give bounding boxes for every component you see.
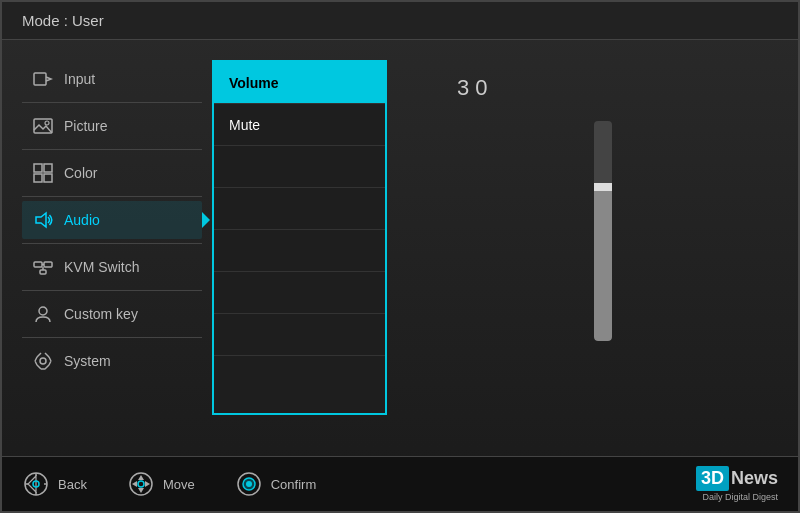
custom-key-icon — [32, 303, 54, 325]
logo-sub-text: Daily Digital Digest — [702, 492, 778, 502]
svg-point-30 — [246, 481, 252, 487]
sidebar-item-audio[interactable]: Audio — [22, 201, 202, 239]
back-label: Back — [58, 477, 87, 492]
svg-point-2 — [45, 121, 49, 125]
sidebar-item-audio-label: Audio — [64, 212, 100, 228]
submenu-item-5[interactable] — [214, 230, 385, 272]
svg-point-27 — [138, 481, 144, 487]
submenu-item-6[interactable] — [214, 272, 385, 314]
submenu-item-8[interactable] — [214, 356, 385, 398]
sidebar-item-picture-label: Picture — [64, 118, 108, 134]
sidebar: Input Picture — [22, 55, 202, 415]
system-icon — [32, 350, 54, 372]
back-button[interactable]: Back — [22, 470, 87, 498]
move-label: Move — [163, 477, 195, 492]
svg-rect-9 — [44, 262, 52, 267]
divider-5 — [22, 290, 202, 291]
svg-marker-23 — [138, 475, 144, 480]
sidebar-item-kvm-label: KVM Switch — [64, 259, 139, 275]
sidebar-item-color[interactable]: Color — [22, 154, 202, 192]
kvm-icon — [32, 256, 54, 278]
move-icon — [127, 470, 155, 498]
divider-2 — [22, 149, 202, 150]
value-area: 3 0 — [387, 55, 778, 415]
svg-rect-8 — [34, 262, 42, 267]
volume-value: 3 0 — [457, 75, 488, 101]
picture-icon — [32, 115, 54, 137]
divider-1 — [22, 102, 202, 103]
svg-marker-7 — [36, 213, 46, 227]
logo-area: 3D News Daily Digital Digest — [696, 466, 778, 502]
sidebar-item-custom-key-label: Custom key — [64, 306, 138, 322]
header: Mode : User — [2, 2, 798, 40]
slider-thumb — [594, 183, 612, 191]
svg-rect-11 — [40, 270, 46, 274]
mode-label: Mode : User — [22, 12, 104, 29]
divider-4 — [22, 243, 202, 244]
svg-marker-25 — [132, 481, 137, 487]
logo-3d: 3D News — [696, 466, 778, 491]
svg-rect-5 — [34, 174, 42, 182]
footer: Back Move — [2, 456, 798, 511]
sidebar-item-system-label: System — [64, 353, 111, 369]
slider-track[interactable] — [594, 121, 612, 341]
submenu-item-4[interactable] — [214, 188, 385, 230]
svg-point-13 — [39, 307, 47, 315]
submenu-panel: Volume Mute — [212, 60, 387, 415]
svg-point-14 — [40, 358, 46, 364]
svg-rect-4 — [44, 164, 52, 172]
submenu-item-volume[interactable]: Volume — [214, 62, 385, 104]
back-icon — [22, 470, 50, 498]
svg-rect-0 — [34, 73, 46, 85]
sidebar-item-custom-key[interactable]: Custom key — [22, 295, 202, 333]
confirm-icon — [235, 470, 263, 498]
svg-marker-26 — [145, 481, 150, 487]
sidebar-item-input-label: Input — [64, 71, 95, 87]
sidebar-item-system[interactable]: System — [22, 342, 202, 380]
svg-rect-6 — [44, 174, 52, 182]
sidebar-item-color-label: Color — [64, 165, 97, 181]
screen: Mode : User Input — [0, 0, 800, 513]
logo-3d-text: 3D — [696, 466, 729, 491]
svg-marker-24 — [138, 488, 144, 493]
sidebar-item-input[interactable]: Input — [22, 60, 202, 98]
svg-rect-3 — [34, 164, 42, 172]
slider-container — [594, 121, 612, 341]
color-icon — [32, 162, 54, 184]
move-button[interactable]: Move — [127, 470, 195, 498]
main-content: Input Picture — [2, 40, 798, 430]
audio-icon — [32, 209, 54, 231]
submenu-item-3[interactable] — [214, 146, 385, 188]
logo-news-text: News — [731, 468, 778, 489]
input-icon — [32, 68, 54, 90]
confirm-button[interactable]: Confirm — [235, 470, 317, 498]
sidebar-item-kvm-switch[interactable]: KVM Switch — [22, 248, 202, 286]
svg-marker-16 — [28, 476, 36, 492]
submenu-item-mute[interactable]: Mute — [214, 104, 385, 146]
sidebar-item-picture[interactable]: Picture — [22, 107, 202, 145]
submenu-item-7[interactable] — [214, 314, 385, 356]
divider-3 — [22, 196, 202, 197]
slider-fill — [594, 187, 612, 341]
divider-6 — [22, 337, 202, 338]
confirm-label: Confirm — [271, 477, 317, 492]
